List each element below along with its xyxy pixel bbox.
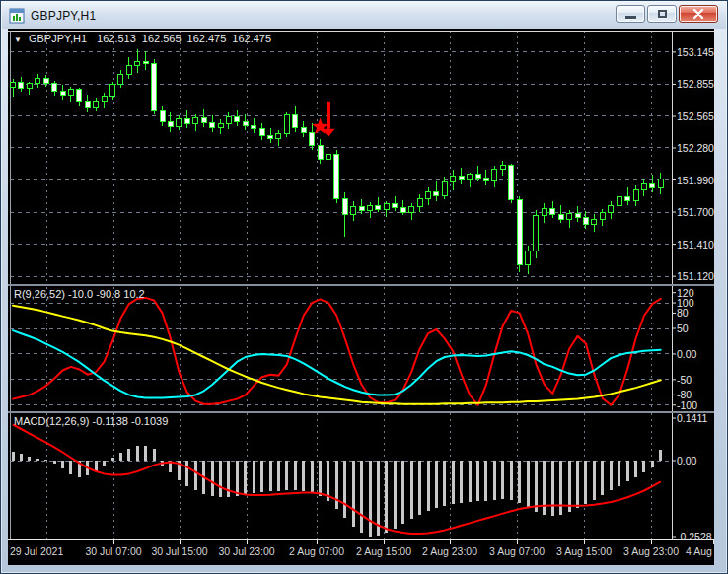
svg-text:30 Jul 07:00: 30 Jul 07:00 xyxy=(85,545,141,557)
chart-client-area: 153.145152.855152.565152.280151.990151.7… xyxy=(8,29,714,565)
restore-button[interactable] xyxy=(647,5,677,23)
restore-icon xyxy=(658,10,667,18)
minimize-button[interactable] xyxy=(616,5,645,23)
svg-text:4 Aug 07:00: 4 Aug 07:00 xyxy=(686,545,714,557)
svg-text:30 Jul 23:00: 30 Jul 23:00 xyxy=(218,545,274,557)
svg-text:50: 50 xyxy=(677,323,689,334)
svg-text:153.145: 153.145 xyxy=(677,46,714,58)
svg-text:80: 80 xyxy=(677,307,689,319)
svg-text:0.00: 0.00 xyxy=(677,348,697,360)
svg-text:-0.2528: -0.2528 xyxy=(677,531,712,542)
chart-window-icon xyxy=(9,8,25,24)
screenshot-stage: GBPJPY,H1 153.145152.855152.56 xyxy=(0,0,728,574)
svg-text:29 Jul 2021: 29 Jul 2021 xyxy=(10,545,63,557)
svg-text:2 Aug 15:00: 2 Aug 15:00 xyxy=(356,545,411,557)
chart-canvas[interactable]: 153.145152.855152.565152.280151.990151.7… xyxy=(8,29,714,565)
window-titlebar[interactable]: GBPJPY,H1 xyxy=(2,2,726,29)
svg-text:3 Aug 23:00: 3 Aug 23:00 xyxy=(623,545,679,557)
svg-text:151.990: 151.990 xyxy=(677,175,714,186)
svg-text:-50: -50 xyxy=(677,374,692,386)
svg-text:152.280: 152.280 xyxy=(677,142,714,154)
svg-text:2 Aug 23:00: 2 Aug 23:00 xyxy=(422,545,477,557)
symbol-dropdown-icon[interactable]: ▼ xyxy=(14,36,22,44)
svg-text:152.855: 152.855 xyxy=(677,78,714,90)
svg-text:152.565: 152.565 xyxy=(677,110,714,122)
svg-text:-100: -100 xyxy=(677,399,697,411)
minimize-icon xyxy=(625,16,636,19)
svg-text:3 Aug 15:00: 3 Aug 15:00 xyxy=(556,545,612,557)
svg-text:151.120: 151.120 xyxy=(677,270,714,282)
close-button[interactable] xyxy=(679,5,718,23)
svg-text:3 Aug 07:00: 3 Aug 07:00 xyxy=(489,545,545,557)
svg-text:0.00: 0.00 xyxy=(677,455,697,466)
svg-text:2 Aug 07:00: 2 Aug 07:00 xyxy=(289,545,344,557)
close-icon xyxy=(692,5,704,23)
window-title: GBPJPY,H1 xyxy=(31,9,96,23)
chart-window: GBPJPY,H1 153.145152.855152.56 xyxy=(0,0,728,574)
svg-text:151.700: 151.700 xyxy=(677,206,714,218)
svg-text:0.1411: 0.1411 xyxy=(677,412,707,424)
svg-text:151.410: 151.410 xyxy=(677,239,714,251)
svg-text:30 Jul 15:00: 30 Jul 15:00 xyxy=(151,545,207,557)
window-controls xyxy=(616,5,718,23)
